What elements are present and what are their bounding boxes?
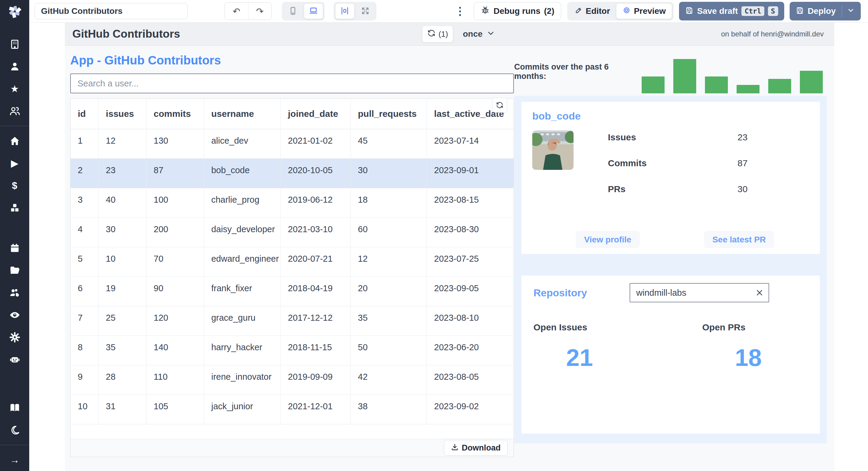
star-icon[interactable]: ★ xyxy=(8,82,22,96)
refresh-icon xyxy=(427,29,435,39)
issues-value: 23 xyxy=(738,132,809,142)
details-section: Commits over the past 6 months: bob_code xyxy=(514,50,827,443)
table-row[interactable]: 928110irene_innovator2019-09-09422023-08… xyxy=(70,365,514,395)
editor-tab[interactable]: Editor xyxy=(569,3,616,19)
cubes-icon[interactable] xyxy=(8,201,22,215)
table-cell: 130 xyxy=(146,129,204,159)
app-header: GitHub Contributors (1) once on behalf o… xyxy=(65,23,834,46)
view-profile-button[interactable]: View profile xyxy=(576,231,640,248)
table-cell: 3 xyxy=(70,188,98,217)
table-cell: 28 xyxy=(98,365,147,395)
deploy-button[interactable]: Deploy xyxy=(789,2,861,21)
table-cell: 2020-10-05 xyxy=(281,159,350,188)
table-cell: 2019-09-09 xyxy=(281,365,350,395)
table-cell: 18 xyxy=(350,188,427,217)
download-button[interactable]: Download xyxy=(444,440,507,456)
table-row[interactable]: 1031105jack_junior2021-12-01382023-09-02 xyxy=(70,395,514,424)
user-stats: Issues 23 Commits 87 PRs 30 xyxy=(608,130,809,194)
repository-input[interactable] xyxy=(629,283,769,302)
home-icon[interactable] xyxy=(8,134,22,148)
kbd-s: S xyxy=(768,6,778,16)
eye-icon[interactable] xyxy=(8,308,22,322)
app-refresh-button[interactable]: (1) xyxy=(422,26,453,42)
table-row[interactable]: 430200daisy_developer2021-03-10602023-08… xyxy=(70,217,514,247)
play-icon[interactable]: ▶ xyxy=(8,156,22,170)
users-icon[interactable] xyxy=(8,104,22,118)
table-cell: 31 xyxy=(98,395,147,424)
table-footer: Download xyxy=(70,439,514,457)
centered-layout-button[interactable] xyxy=(335,3,354,19)
detail-panel: bob_code xyxy=(514,96,827,443)
on-behalf-of-text: on behalf of henri@windmill.dev xyxy=(721,30,824,38)
column-header[interactable]: joined_date xyxy=(281,99,350,129)
chart-bar xyxy=(705,76,728,93)
more-options-button[interactable]: ⋮ xyxy=(455,5,465,18)
column-header[interactable]: commits xyxy=(146,99,204,129)
table-cell: 12 xyxy=(350,247,427,276)
table-cell: 25 xyxy=(98,306,147,335)
save-draft-label: Save draft xyxy=(697,6,738,16)
fullscreen-button[interactable] xyxy=(355,3,375,19)
table-row[interactable]: 835140harry_hacker2018-11-15502023-06-20 xyxy=(70,335,514,365)
mobile-view-button[interactable] xyxy=(283,3,303,19)
table-cell: 2017-12-12 xyxy=(281,306,350,335)
column-header[interactable]: pull_requests xyxy=(350,99,427,129)
table-row[interactable]: 22387bob_code2020-10-05302023-09-01 xyxy=(70,159,514,188)
debug-runs-count: (2) xyxy=(544,6,554,16)
table-cell: 5 xyxy=(70,247,98,276)
table-cell: 2019-06-12 xyxy=(281,188,350,217)
moon-icon[interactable] xyxy=(8,423,22,437)
chart-bars xyxy=(642,50,823,93)
desktop-view-button[interactable] xyxy=(304,3,323,19)
redo-button[interactable]: ↷ xyxy=(248,3,271,20)
download-icon xyxy=(451,443,459,453)
user-icon[interactable] xyxy=(8,60,22,73)
schedule-dropdown[interactable]: once xyxy=(463,29,495,40)
table-cell: 2023-07-14 xyxy=(427,129,514,159)
app-title: App - GitHub Contributors xyxy=(70,54,514,69)
preview-tab[interactable]: Preview xyxy=(616,3,672,19)
table-row[interactable]: 340100charlie_prog2019-06-12182023-08-15 xyxy=(70,188,514,217)
debug-runs-button[interactable]: Debug runs (2) xyxy=(474,2,561,20)
column-header[interactable]: issues xyxy=(98,99,147,129)
clear-input-button[interactable] xyxy=(754,287,765,298)
users-gear-icon[interactable] xyxy=(8,286,22,300)
gear-icon[interactable] xyxy=(8,330,22,344)
bug-icon xyxy=(481,6,490,17)
table-cell: 38 xyxy=(350,395,427,424)
issues-label: Issues xyxy=(608,132,738,142)
editor-preview-toggle: Editor Preview xyxy=(567,2,674,21)
table-cell: jack_junior xyxy=(204,395,280,424)
table-cell: 30 xyxy=(350,159,427,188)
user-avatar xyxy=(532,130,574,170)
book-icon[interactable] xyxy=(8,401,22,415)
table-row[interactable]: 61990frank_fixer2018-04-19202023-09-05 xyxy=(70,276,514,306)
table-row[interactable]: 112130alice_dev2021-01-02452023-07-14 xyxy=(70,129,514,159)
dollar-icon[interactable]: $ xyxy=(8,178,22,193)
table-row[interactable]: 725120grace_guru2017-12-12352023-08-10 xyxy=(70,306,514,335)
app-preview-canvas: GitHub Contributors (1) once on behalf o… xyxy=(65,23,834,471)
calendar-icon[interactable] xyxy=(8,241,22,255)
windmill-logo-icon[interactable] xyxy=(7,4,23,21)
table-cell: 110 xyxy=(146,365,204,395)
folder-icon[interactable] xyxy=(8,264,22,277)
robot-icon[interactable] xyxy=(8,352,22,367)
table-row[interactable]: 51070edward_engineer2020-07-21122023-07-… xyxy=(70,247,514,276)
see-latest-pr-button[interactable]: See latest PR xyxy=(704,231,774,248)
table-refresh-button[interactable] xyxy=(492,98,507,113)
phone-icon xyxy=(288,6,298,16)
table-cell: 2021-03-10 xyxy=(281,217,350,247)
undo-button[interactable]: ↶ xyxy=(225,3,248,20)
schedule-value: once xyxy=(463,29,483,39)
table-cell: 30 xyxy=(98,217,147,247)
chart-bar xyxy=(673,59,696,93)
save-draft-button[interactable]: Save draft Ctrl S xyxy=(679,2,784,21)
chevron-down-icon[interactable] xyxy=(847,6,855,16)
app-title-input[interactable] xyxy=(35,3,188,19)
building-icon[interactable] xyxy=(8,37,22,51)
column-header[interactable]: username xyxy=(204,99,280,129)
table-cell: 12 xyxy=(98,129,147,159)
arrow-right-icon[interactable]: → xyxy=(8,453,22,467)
search-input[interactable] xyxy=(70,73,514,93)
column-header[interactable]: id xyxy=(70,99,98,129)
